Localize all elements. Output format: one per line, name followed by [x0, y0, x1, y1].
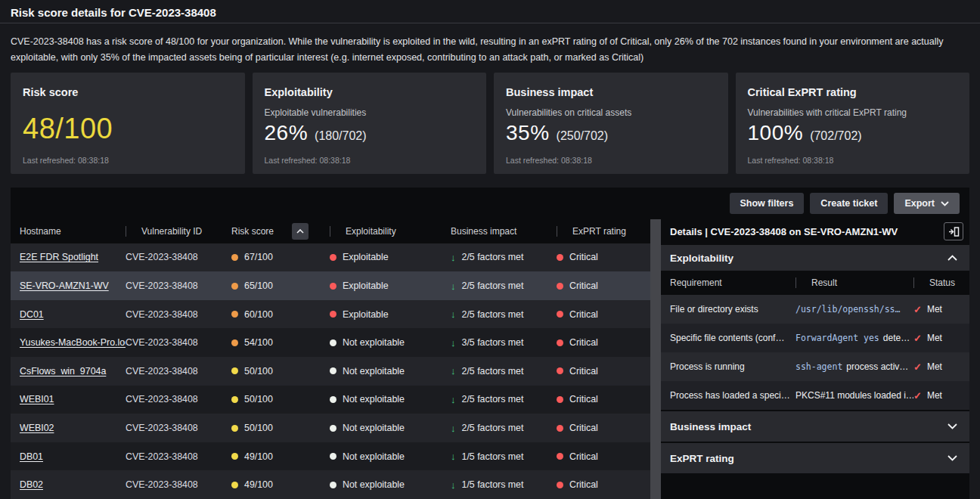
- risk-score-details-page: Risk score details for CVE-2023-38408 CV…: [0, 0, 980, 499]
- table-header-row: Hostname Vulnerability ID Risk score: [11, 219, 650, 243]
- sort-ascending-button[interactable]: [292, 223, 309, 240]
- card-title: Exploitability: [265, 86, 475, 98]
- table-row[interactable]: Yusukes-MacBook-Pro.loc CVE-2023-38408 5…: [11, 328, 650, 357]
- table-row[interactable]: WEBI02 CVE-2023-38408 50/100 Not exploit…: [11, 414, 650, 442]
- exprt-rating-dot: [557, 283, 563, 290]
- hostname-link[interactable]: WEBI01: [20, 394, 54, 404]
- hostname-link[interactable]: DB02: [20, 479, 43, 490]
- hostname-link[interactable]: Yusukes-MacBook-Pro.loc: [20, 337, 126, 348]
- risk-score-dot: [231, 396, 238, 403]
- exprt-rating-label: Critical: [569, 423, 598, 433]
- column-header-business-impact[interactable]: Business impact: [451, 219, 557, 243]
- exploitability-dot: [330, 367, 336, 374]
- status-label: Met: [927, 390, 942, 401]
- status-label: Met: [927, 333, 942, 343]
- business-impact-factors: 1/5 factors met: [462, 479, 524, 490]
- table-row[interactable]: SE-VRO-AMZN1-WV CVE-2023-38408 65/100 Ex…: [11, 271, 650, 300]
- status-label: Met: [927, 361, 942, 372]
- requirement-result: /usr/lib/openssh/ss…: [795, 304, 913, 315]
- table-row[interactable]: DC01 CVE-2023-38408 60/100 Exploitable ↓: [11, 300, 650, 329]
- hostname-link[interactable]: E2E FDR Spotlight: [20, 252, 98, 262]
- hostname-link[interactable]: DC01: [20, 309, 44, 320]
- table-row[interactable]: E2E FDR Spotlight CVE-2023-38408 67/100 …: [11, 243, 650, 272]
- risk-score-value: 67/100: [244, 252, 273, 262]
- expand-panel-icon: [948, 227, 960, 237]
- requirement-row[interactable]: Specific file contents (conf… ForwardAge…: [661, 324, 969, 352]
- result-code: ForwardAgent yes: [795, 333, 879, 343]
- exploitability-dot: [330, 396, 336, 403]
- hostname-link[interactable]: SE-VRO-AMZN1-WV: [20, 280, 109, 291]
- critical-exprt-value: 100%: [748, 121, 804, 145]
- business-impact-detail: (250/702): [557, 129, 609, 143]
- column-divider: [330, 226, 330, 237]
- requirement-status: ✓ Met: [913, 390, 969, 401]
- column-header-exploitability[interactable]: Exploitability: [330, 219, 451, 243]
- exprt-rating-label: Critical: [569, 451, 598, 462]
- hostname-link[interactable]: DB01: [20, 451, 43, 462]
- exploitability-label: Not exploitable: [343, 479, 405, 490]
- risk-score-value: 49/100: [244, 451, 273, 462]
- hostname-link[interactable]: WEBI02: [20, 423, 54, 433]
- down-arrow-icon: ↓: [451, 252, 456, 263]
- last-refreshed: Last refreshed: 08:38:18: [265, 156, 351, 165]
- risk-score-value: 60/100: [244, 309, 273, 320]
- create-ticket-button[interactable]: Create ticket: [810, 193, 888, 214]
- down-arrow-icon: ↓: [451, 423, 456, 434]
- summary-cards: Risk score 48/100 Last refreshed: 08:38:…: [11, 73, 969, 174]
- table-row[interactable]: WEBI01 CVE-2023-38408 50/100 Not exploit…: [11, 386, 650, 414]
- business-impact-card: Business impact Vulnerabilities on criti…: [494, 73, 728, 174]
- table-toolbar: Show filters Create ticket Export: [11, 188, 969, 219]
- requirement-row[interactable]: File or directory exists /usr/lib/openss…: [661, 295, 969, 324]
- vulnerability-id: CVE-2023-38408: [126, 479, 231, 490]
- risk-score-card: Risk score 48/100 Last refreshed: 08:38:…: [11, 73, 245, 174]
- table-row[interactable]: DB01 CVE-2023-38408 49/100 Not exploitab…: [11, 442, 650, 471]
- section-business-impact[interactable]: Business impact: [661, 410, 969, 442]
- vulnerability-id: CVE-2023-38408: [126, 451, 231, 462]
- section-exploitability[interactable]: Exploitability: [661, 243, 969, 271]
- exprt-rating-label: Critical: [569, 479, 598, 490]
- exprt-rating-label: Critical: [569, 280, 598, 291]
- column-header-risk-score[interactable]: Risk score: [231, 219, 330, 243]
- business-impact-factors: 3/5 factors met: [462, 337, 524, 348]
- vulnerability-id: CVE-2023-38408: [126, 309, 231, 320]
- risk-score-value: 50/100: [244, 366, 273, 377]
- expand-panel-button[interactable]: [944, 222, 963, 240]
- card-title: Risk score: [23, 86, 233, 98]
- section-exprt-rating[interactable]: ExPRT rating: [661, 442, 969, 473]
- show-filters-button[interactable]: Show filters: [730, 193, 805, 214]
- column-header-requirement: Requirement: [670, 271, 795, 295]
- risk-score-value: 48/100: [23, 113, 113, 145]
- down-arrow-icon: ↓: [451, 337, 456, 349]
- exprt-rating-dot: [557, 339, 563, 346]
- export-button[interactable]: Export: [894, 193, 960, 214]
- column-header-vulnerability-id[interactable]: Vulnerability ID: [126, 219, 231, 243]
- card-subtitle: Exploitable vulnerabilities: [265, 107, 475, 118]
- risk-score-dot: [231, 482, 238, 488]
- exploitability-dot: [330, 254, 336, 261]
- hostname-link[interactable]: CsFlows_win_9704a: [20, 366, 106, 377]
- business-impact-factors: 1/5 factors met: [462, 451, 524, 462]
- table-row[interactable]: CsFlows_win_9704a CVE-2023-38408 50/100 …: [11, 357, 650, 386]
- exploitability-label: Not exploitable: [343, 423, 405, 433]
- result-text: process activ…: [846, 361, 908, 372]
- details-header-row: Requirement Result Status: [661, 271, 969, 295]
- check-icon: ✓: [913, 390, 922, 401]
- requirement-status: ✓ Met: [913, 361, 969, 373]
- column-header-hostname[interactable]: Hostname: [20, 219, 126, 243]
- exploitability-dot: [330, 283, 336, 290]
- exploitability-label: Not exploitable: [343, 451, 405, 462]
- requirement-label: Process has loaded a speci…: [670, 390, 795, 401]
- exprt-rating-label: Critical: [569, 252, 598, 262]
- risk-score-value: 50/100: [244, 423, 273, 433]
- requirement-label: File or directory exists: [670, 304, 795, 315]
- panel-resize-handle[interactable]: [650, 219, 661, 499]
- exploitability-dot: [330, 482, 336, 488]
- requirement-row[interactable]: Process is running ssh-agentprocess acti…: [661, 352, 969, 381]
- table-row[interactable]: DB02 CVE-2023-38408 49/100 Not exploitab…: [11, 470, 650, 499]
- business-impact-factors: 2/5 factors met: [462, 309, 524, 320]
- exploitability-dot: [330, 453, 336, 460]
- chevron-up-icon: [947, 255, 957, 261]
- column-header-exprt-rating[interactable]: ExPRT rating: [557, 219, 650, 243]
- risk-score-dot: [231, 283, 238, 290]
- requirement-row[interactable]: Process has loaded a speci… PKCS#11 modu…: [661, 381, 969, 410]
